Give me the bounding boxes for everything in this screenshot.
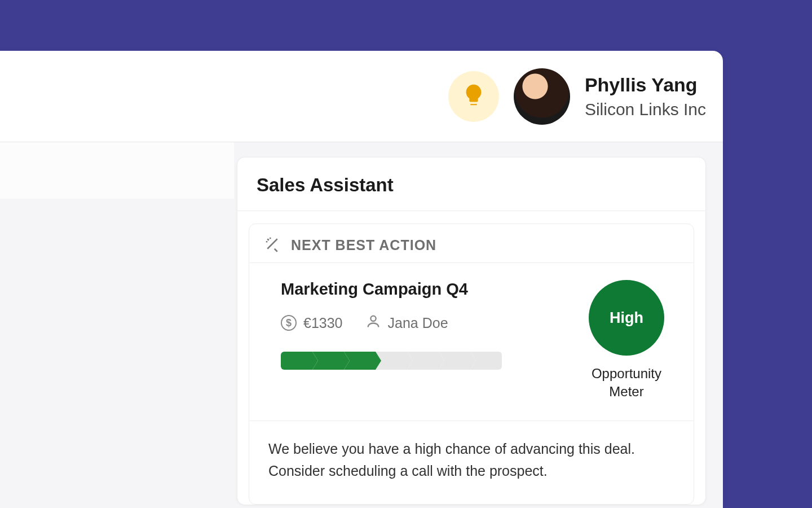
meter-badge: High xyxy=(589,280,664,356)
currency-icon: $ xyxy=(281,315,297,331)
deal-amount-value: €1330 xyxy=(303,315,343,331)
deal-owner-name: Jana Doe xyxy=(388,315,448,331)
content-area: Sales Assistant NEXT BEST ACTION Marketi… xyxy=(0,142,723,508)
svg-point-0 xyxy=(370,316,376,321)
person-icon xyxy=(365,313,381,332)
deal-title: Marketing Campaign Q4 xyxy=(281,280,562,299)
nba-header: NEXT BEST ACTION xyxy=(249,224,694,263)
user-name: Phyllis Yang xyxy=(585,73,706,97)
meter-caption-2: Meter xyxy=(609,384,643,399)
lightbulb-icon xyxy=(461,82,487,111)
app-window: Phyllis Yang Silicon Links Inc Sales Ass… xyxy=(0,51,723,508)
deal-amount: $ €1330 xyxy=(281,315,343,331)
deal-owner: Jana Doe xyxy=(365,313,448,332)
user-company: Silicon Links Inc xyxy=(585,99,706,120)
nba-body: Marketing Campaign Q4 $ €1330 Jana Doe xyxy=(249,263,694,421)
sales-assistant-panel: Sales Assistant NEXT BEST ACTION Marketi… xyxy=(237,157,706,505)
nba-section-label: NEXT BEST ACTION xyxy=(291,237,436,253)
next-best-action-card: NEXT BEST ACTION Marketing Campaign Q4 $… xyxy=(249,224,694,505)
panel-title: Sales Assistant xyxy=(257,174,686,196)
stage-1[interactable] xyxy=(281,352,312,370)
panel-header: Sales Assistant xyxy=(237,157,705,211)
magic-wand-icon xyxy=(264,235,281,255)
nba-details: Marketing Campaign Q4 $ €1330 Jana Doe xyxy=(281,280,562,401)
left-gutter xyxy=(0,142,234,199)
insights-button[interactable] xyxy=(448,71,499,122)
user-block: Phyllis Yang Silicon Links Inc xyxy=(585,73,706,120)
opportunity-meter: High Opportunity Meter xyxy=(579,280,674,401)
avatar[interactable] xyxy=(514,68,570,125)
app-header: Phyllis Yang Silicon Links Inc xyxy=(0,51,723,142)
deal-meta: $ €1330 Jana Doe xyxy=(281,313,562,332)
nba-advice-text: We believe you have a high chance of adv… xyxy=(249,421,694,505)
meter-caption-1: Opportunity xyxy=(592,366,661,381)
pipeline-stages[interactable] xyxy=(281,352,502,370)
meter-caption: Opportunity Meter xyxy=(579,365,674,401)
